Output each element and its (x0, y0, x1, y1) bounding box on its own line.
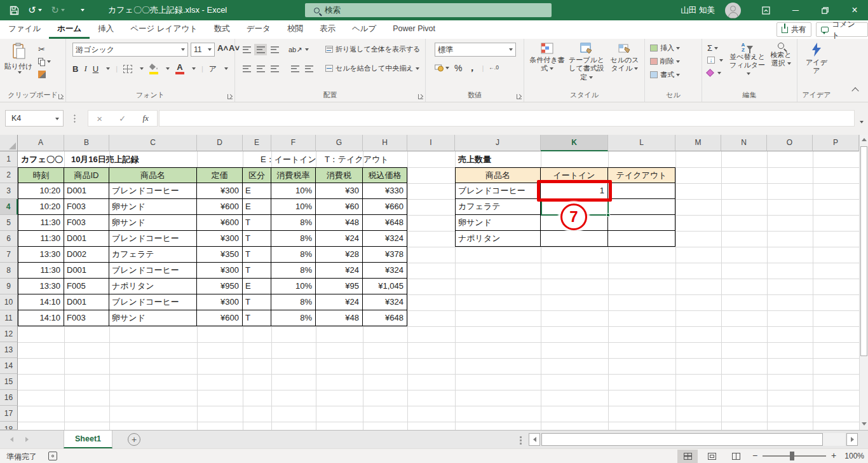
find-select-button[interactable]: 検索と選択 (767, 43, 795, 68)
cell-A10[interactable]: 14:10 (18, 294, 64, 310)
wrap-text-button[interactable]: 折り返して全体を表示する (325, 45, 421, 54)
cell-A2[interactable]: 時刻 (18, 167, 64, 183)
row-header-18[interactable]: 18 (0, 422, 18, 430)
comma-style-icon[interactable]: ， (467, 62, 477, 74)
row-header-13[interactable]: 13 (0, 342, 18, 358)
row-header-2[interactable]: 2 (0, 167, 18, 183)
row-header-11[interactable]: 11 (0, 310, 18, 326)
row-header-1[interactable]: 1 (0, 151, 18, 167)
scroll-down-icon[interactable] (862, 422, 867, 425)
new-sheet-button[interactable]: + (128, 433, 140, 446)
cell-C8[interactable]: ブレンドコーヒー (109, 263, 197, 279)
cell-B10[interactable]: D001 (64, 294, 109, 310)
cell-G11[interactable]: ¥48 (316, 310, 363, 326)
column-header-P[interactable]: P (813, 135, 859, 151)
tab-power-pivot[interactable]: Power Pivot (384, 20, 444, 39)
clipboard-dialog-launcher[interactable] (58, 94, 64, 99)
cell-H10[interactable]: ¥324 (363, 294, 407, 310)
align-left-icon[interactable] (240, 63, 253, 74)
cell-D6[interactable]: ¥300 (197, 231, 243, 247)
tab-page-layout[interactable]: ページ レイアウト (122, 20, 206, 39)
zoom-slider[interactable] (763, 455, 826, 457)
formula-input[interactable] (159, 110, 855, 127)
cell-E9[interactable]: E (243, 279, 271, 294)
cell-E7[interactable]: T (243, 247, 271, 263)
row-header-10[interactable]: 10 (0, 294, 18, 310)
column-header-J[interactable]: J (455, 135, 541, 151)
row-header-6[interactable]: 6 (0, 231, 18, 247)
decrease-indent-icon[interactable] (288, 63, 301, 74)
cell-A3[interactable]: 10:20 (18, 183, 64, 199)
vertical-scrollbar[interactable] (859, 135, 868, 430)
cell-E10[interactable]: T (243, 294, 271, 310)
font-size-select[interactable]: 11 (191, 43, 215, 57)
borders-icon[interactable] (123, 65, 132, 73)
ideas-button[interactable]: アイデア (803, 43, 831, 76)
cell-C6[interactable]: ブレンドコーヒー (109, 231, 197, 247)
comment-button[interactable]: コメント (816, 22, 868, 37)
paste-button[interactable]: 貼り付け (3, 43, 34, 87)
alignment-dialog-launcher[interactable] (418, 94, 423, 99)
cell-G3[interactable]: ¥30 (316, 183, 363, 199)
cell-A4[interactable]: 10:20 (18, 199, 64, 215)
clear-button[interactable] (707, 70, 721, 76)
cell-C3[interactable]: ブレンドコーヒー (109, 183, 197, 199)
column-header-F[interactable]: F (271, 135, 316, 151)
autosum-button[interactable]: Σ (707, 43, 718, 53)
row-header-7[interactable]: 7 (0, 247, 18, 263)
align-center-icon[interactable] (254, 63, 267, 74)
namebox-splitter[interactable] (74, 114, 76, 123)
save-icon[interactable] (5, 0, 23, 20)
align-bottom-icon[interactable] (268, 44, 281, 55)
hscroll-left-icon[interactable] (529, 433, 540, 446)
share-button[interactable]: 共有 (776, 22, 811, 37)
cell-J3[interactable]: ブレンドコーヒー (455, 183, 541, 199)
cell-C4[interactable]: 卵サンド (109, 199, 197, 215)
row-header-16[interactable]: 16 (0, 390, 18, 406)
fill-button[interactable]: ↓ (707, 57, 723, 64)
cell-H4[interactable]: ¥660 (363, 199, 407, 215)
cell-F3[interactable]: 10% (271, 183, 316, 199)
cell-D7[interactable]: ¥350 (197, 247, 243, 263)
cell-B3[interactable]: D001 (64, 183, 109, 199)
cell-L6[interactable] (608, 231, 675, 247)
column-header-B[interactable]: B (64, 135, 109, 151)
cell-G6[interactable]: ¥24 (316, 231, 363, 247)
row-header-5[interactable]: 5 (0, 215, 18, 231)
font-name-select[interactable]: 游ゴシック (72, 43, 188, 57)
cell-D11[interactable]: ¥600 (197, 310, 243, 326)
cell-H11[interactable]: ¥648 (363, 310, 407, 326)
cell-H8[interactable]: ¥324 (363, 263, 407, 279)
phonetic-guide-icon[interactable]: ア (209, 64, 217, 74)
cell-A1-title[interactable]: カフェ〇〇 10月16日売上記録 (21, 151, 139, 167)
align-top-icon[interactable] (240, 44, 253, 55)
cell-E5[interactable]: T (243, 215, 271, 231)
cell-H9[interactable]: ¥1,045 (363, 279, 407, 294)
cell-E4[interactable]: E (243, 199, 271, 215)
cut-button[interactable]: ✂ (38, 43, 64, 55)
zoom-out-icon[interactable]: − (752, 450, 757, 460)
row-header-9[interactable]: 9 (0, 279, 18, 294)
accessibility-icon[interactable] (48, 452, 57, 460)
cell-C10[interactable]: ブレンドコーヒー (109, 294, 197, 310)
sheet-tab-sheet1[interactable]: Sheet1 (64, 431, 112, 448)
cell-G5[interactable]: ¥48 (316, 215, 363, 231)
cell-G2[interactable]: 消費税 (316, 167, 363, 183)
column-header-A[interactable]: A (18, 135, 64, 151)
percent-style-icon[interactable]: % (454, 63, 462, 73)
cell-L3[interactable] (608, 183, 675, 199)
tab-scroll-splitter[interactable] (520, 436, 522, 445)
cell-F5[interactable]: 8% (271, 215, 316, 231)
orientation-icon[interactable]: ab↗ (288, 46, 302, 54)
increase-font-icon[interactable]: A˄ (217, 45, 228, 52)
format-as-table-button[interactable]: テーブルとして書式設定 (567, 43, 606, 81)
cancel-entry-icon[interactable]: × (97, 113, 102, 124)
format-painter-button[interactable] (38, 68, 64, 81)
column-header-D[interactable]: D (197, 135, 243, 151)
zoom-level[interactable]: 100% (843, 452, 864, 460)
cell-L4[interactable] (608, 199, 675, 215)
delete-cells-button[interactable]: 削除 (650, 57, 680, 66)
horizontal-scroll-thumb[interactable] (541, 433, 823, 446)
align-right-icon[interactable] (268, 63, 281, 74)
cell-A7[interactable]: 13:30 (18, 247, 64, 263)
